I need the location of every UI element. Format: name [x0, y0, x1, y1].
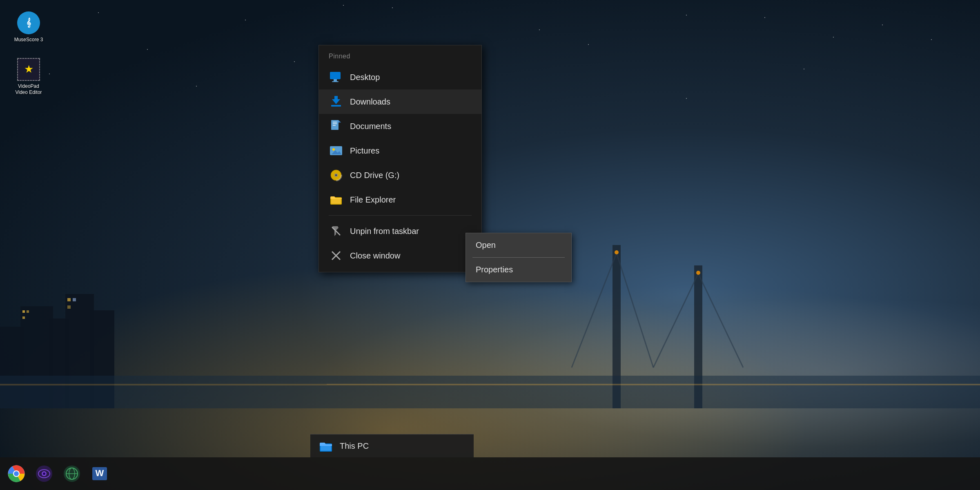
svg-rect-31 — [333, 123, 337, 124]
taskbar-popup-icon — [318, 439, 333, 453]
svg-rect-8 — [67, 298, 71, 301]
menu-item-documents-label: Documents — [350, 122, 391, 131]
menu-divider — [329, 215, 472, 216]
menu-item-downloads[interactable]: Downloads — [319, 89, 481, 114]
menu-item-downloads-label: Downloads — [350, 97, 390, 107]
app2-icon — [35, 465, 53, 483]
videopad-icon-image: ★ — [17, 58, 40, 81]
menu-item-fileexplorer[interactable]: File Explorer — [319, 187, 481, 212]
svg-rect-5 — [22, 310, 25, 313]
svg-rect-6 — [27, 310, 29, 313]
menu-item-fileexplorer-label: File Explorer — [350, 195, 396, 205]
menu-item-closewindow[interactable]: Close window — [319, 243, 481, 268]
sub-menu-open[interactable]: Open — [466, 233, 571, 257]
sub-menu-properties[interactable]: Properties — [466, 258, 571, 282]
taskbar-app3[interactable] — [60, 461, 84, 486]
word-icon: W — [91, 465, 109, 483]
musescore-logo: 𝄞 — [17, 11, 40, 34]
pictures-icon-menu — [329, 143, 343, 158]
app3-icon — [63, 465, 81, 483]
svg-rect-28 — [331, 105, 341, 107]
musescore-icon[interactable]: 𝄞 MuseScore 3 — [8, 8, 49, 47]
menu-item-unpin[interactable]: Unpin from taskbar — [319, 219, 481, 243]
taskbar-word[interactable]: W — [87, 461, 112, 486]
desktop-icons-area: 𝄞 MuseScore 3 ★ VideoPad Video Editor — [8, 8, 49, 99]
menu-item-cddrive[interactable]: CD Drive (G:) — [319, 163, 481, 187]
svg-rect-21 — [327, 384, 980, 385]
svg-rect-30 — [333, 122, 337, 122]
menu-item-pictures[interactable]: Pictures — [319, 138, 481, 163]
svg-rect-41 — [331, 199, 341, 204]
svg-point-50 — [14, 471, 19, 476]
taskbar-popup-label: This PC — [340, 441, 369, 451]
menu-item-closewindow-label: Close window — [350, 251, 400, 261]
documents-icon-menu — [329, 119, 343, 134]
taskbar-app2[interactable] — [32, 461, 56, 486]
svg-rect-7 — [22, 316, 25, 319]
svg-point-34 — [332, 148, 335, 151]
menu-item-documents[interactable]: Documents — [319, 114, 481, 138]
svg-line-13 — [572, 253, 617, 368]
menu-item-pictures-label: Pictures — [350, 146, 379, 156]
musescore-label: MuseScore 3 — [14, 37, 43, 43]
cddrive-icon-menu — [329, 168, 343, 183]
svg-text:𝄞: 𝄞 — [26, 18, 31, 28]
sub-context-menu: Open Properties — [466, 233, 572, 282]
svg-marker-27 — [332, 96, 340, 104]
fileexplorer-icon-menu — [329, 192, 343, 207]
svg-rect-10 — [67, 305, 71, 309]
svg-line-15 — [653, 274, 698, 368]
videopad-icon[interactable]: ★ VideoPad Video Editor — [8, 55, 49, 99]
svg-point-18 — [696, 271, 700, 275]
svg-rect-24 — [330, 72, 341, 79]
menu-item-cddrive-label: CD Drive (G:) — [350, 171, 399, 180]
svg-point-17 — [615, 250, 619, 254]
svg-text:W: W — [96, 468, 104, 478]
taskbar-popup[interactable]: This PC — [310, 434, 474, 457]
svg-rect-9 — [73, 298, 76, 301]
videopad-label-line2: Video Editor — [15, 89, 42, 96]
svg-rect-26 — [332, 81, 339, 82]
svg-rect-46 — [321, 446, 331, 451]
videopad-label-line1: VideoPad — [18, 83, 39, 90]
stars-decoration — [0, 0, 980, 245]
svg-point-54 — [43, 472, 45, 475]
unpin-icon-menu — [329, 224, 343, 238]
menu-item-desktop-label: Desktop — [350, 73, 380, 82]
videopad-logo: ★ — [17, 58, 40, 81]
musescore-icon-image: 𝄞 — [17, 11, 40, 34]
taskbar-chrome[interactable] — [4, 461, 29, 486]
menu-section-pinned: Pinned — [319, 49, 481, 65]
menu-item-desktop[interactable]: Desktop — [319, 65, 481, 89]
taskbar: W — [0, 457, 980, 490]
desktop-icon-menu — [329, 70, 343, 85]
downloads-icon-menu — [329, 94, 343, 109]
context-menu: Pinned Desktop Downloads — [318, 45, 482, 272]
svg-line-16 — [698, 274, 743, 368]
close-icon-menu — [329, 248, 343, 263]
menu-item-unpin-label: Unpin from taskbar — [350, 227, 419, 236]
svg-rect-19 — [0, 376, 980, 408]
svg-point-38 — [335, 174, 337, 176]
svg-rect-32 — [333, 125, 336, 126]
svg-line-14 — [617, 253, 653, 368]
svg-rect-25 — [334, 79, 337, 81]
videopad-star: ★ — [24, 63, 33, 76]
chrome-icon — [7, 465, 25, 483]
